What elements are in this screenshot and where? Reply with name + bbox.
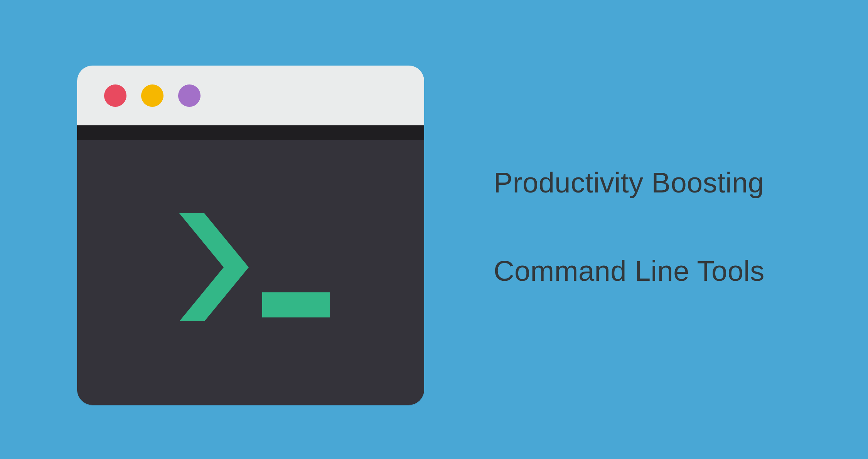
window-divider xyxy=(77,125,424,140)
close-dot-icon xyxy=(104,84,126,107)
prompt-chevron-icon xyxy=(179,213,249,321)
headline-line-1: Productivity Boosting xyxy=(494,166,765,200)
minimize-dot-icon xyxy=(141,84,163,107)
window-titlebar xyxy=(77,66,424,125)
headline: Productivity Boosting Command Line Tools xyxy=(494,166,765,289)
headline-line-2: Command Line Tools xyxy=(494,254,765,289)
prompt-cursor-icon xyxy=(262,292,330,317)
terminal-body xyxy=(77,140,424,405)
terminal-window xyxy=(77,66,424,405)
zoom-dot-icon xyxy=(178,84,201,107)
svg-marker-0 xyxy=(179,213,249,321)
